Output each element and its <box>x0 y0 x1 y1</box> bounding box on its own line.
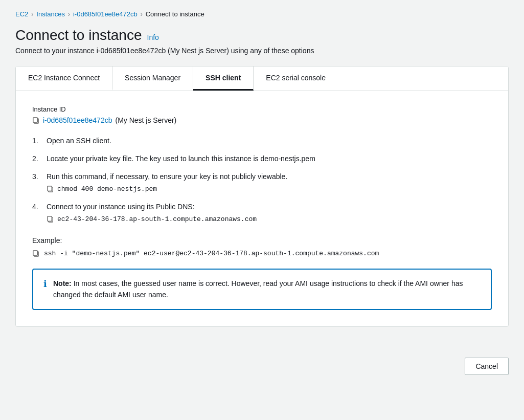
step-4: 4. Connect to your instance using its Pu… <box>32 202 492 225</box>
info-link[interactable]: Info <box>147 33 159 41</box>
breadcrumb-sep-2: › <box>68 11 70 18</box>
breadcrumb-ec2[interactable]: EC2 <box>15 10 28 18</box>
step-1-number: 1. <box>32 136 47 146</box>
step-1: 1. Open an SSH client. <box>32 136 492 146</box>
svg-rect-7 <box>33 251 37 255</box>
breadcrumb-instance-id[interactable]: i-0d685f01ee8e472cb <box>73 10 138 18</box>
page-subtitle: Connect to your instance i-0d685f01ee8e4… <box>15 47 509 55</box>
page-title: Connect to instance <box>15 27 142 43</box>
tab-ssh-client[interactable]: SSH client <box>193 67 254 91</box>
step-3-number: 3. <box>32 171 47 182</box>
breadcrumb-sep-3: › <box>141 11 143 18</box>
cancel-button[interactable]: Cancel <box>465 358 509 375</box>
svg-rect-5 <box>48 216 52 221</box>
step-3-code: chmod 400 demo-nestjs.pem <box>57 184 157 194</box>
steps-list: 1. Open an SSH client. 2. Locate your pr… <box>32 136 492 224</box>
step-2-content: Locate your private key file. The key us… <box>47 153 492 164</box>
note-body: In most cases, the guessed user name is … <box>53 279 463 299</box>
step-3-code-row: chmod 400 demo-nestjs.pem <box>47 184 492 194</box>
tab-bar: EC2 Instance Connect Session Manager SSH… <box>16 67 508 91</box>
ssh-client-tab-content: Instance ID i-0d685f01ee8e472cb (My Nest… <box>16 91 508 326</box>
breadcrumb: EC2 › Instances › i-0d685f01ee8e472cb › … <box>15 10 509 18</box>
tab-ec2-instance-connect[interactable]: EC2 Instance Connect <box>16 67 112 91</box>
svg-rect-3 <box>48 186 52 191</box>
step-1-content: Open an SSH client. <box>47 136 492 146</box>
main-card: EC2 Instance Connect Session Manager SSH… <box>15 66 509 327</box>
tab-session-manager[interactable]: Session Manager <box>112 67 193 91</box>
info-icon: ℹ <box>43 278 47 290</box>
page-footer: Cancel <box>0 347 524 385</box>
instance-id-label: Instance ID <box>32 105 492 113</box>
copy-icon-step-3[interactable] <box>47 185 54 193</box>
step-2-number: 2. <box>32 153 47 164</box>
step-1-text: Open an SSH client. <box>47 137 111 145</box>
step-4-code-row: ec2-43-204-36-178.ap-south-1.compute.ama… <box>47 214 492 225</box>
step-2-text: Locate your private key file. The key us… <box>47 154 315 163</box>
step-4-number: 4. <box>32 202 47 212</box>
instance-name: (My Nest js Server) <box>115 116 176 124</box>
note-bold: Note: <box>53 279 72 288</box>
instance-id-row: i-0d685f01ee8e472cb (My Nest js Server) <box>32 116 492 124</box>
step-4-content: Connect to your instance using its Publi… <box>47 202 492 225</box>
page-title-row: Connect to instance Info <box>15 27 509 43</box>
step-3-text: Run this command, if necessary, to ensur… <box>47 172 287 181</box>
example-row: ssh -i "demo-nestjs.pem" ec2-user@ec2-43… <box>32 250 492 257</box>
breadcrumb-current: Connect to instance <box>146 10 204 18</box>
note-text: Note: In most cases, the guessed user na… <box>53 278 481 301</box>
note-box: ℹ Note: In most cases, the guessed user … <box>32 269 492 310</box>
example-code: ssh -i "demo-nestjs.pem" ec2-user@ec2-43… <box>44 250 379 257</box>
copy-icon-example[interactable] <box>32 250 40 257</box>
step-4-code: ec2-43-204-36-178.ap-south-1.compute.ama… <box>57 214 257 225</box>
example-label: Example: <box>32 236 492 245</box>
breadcrumb-instances[interactable]: Instances <box>36 10 65 18</box>
step-2: 2. Locate your private key file. The key… <box>32 153 492 164</box>
copy-icon-step-4[interactable] <box>47 215 54 223</box>
step-3-content: Run this command, if necessary, to ensur… <box>47 171 492 194</box>
tab-ec2-serial-console[interactable]: EC2 serial console <box>254 67 338 91</box>
breadcrumb-sep-1: › <box>31 11 33 18</box>
instance-id-value[interactable]: i-0d685f01ee8e472cb <box>43 116 112 124</box>
step-4-text: Connect to your instance using its Publi… <box>47 203 194 211</box>
copy-icon-instance-id[interactable] <box>32 117 40 124</box>
svg-rect-1 <box>33 117 37 122</box>
step-3: 3. Run this command, if necessary, to en… <box>32 171 492 194</box>
